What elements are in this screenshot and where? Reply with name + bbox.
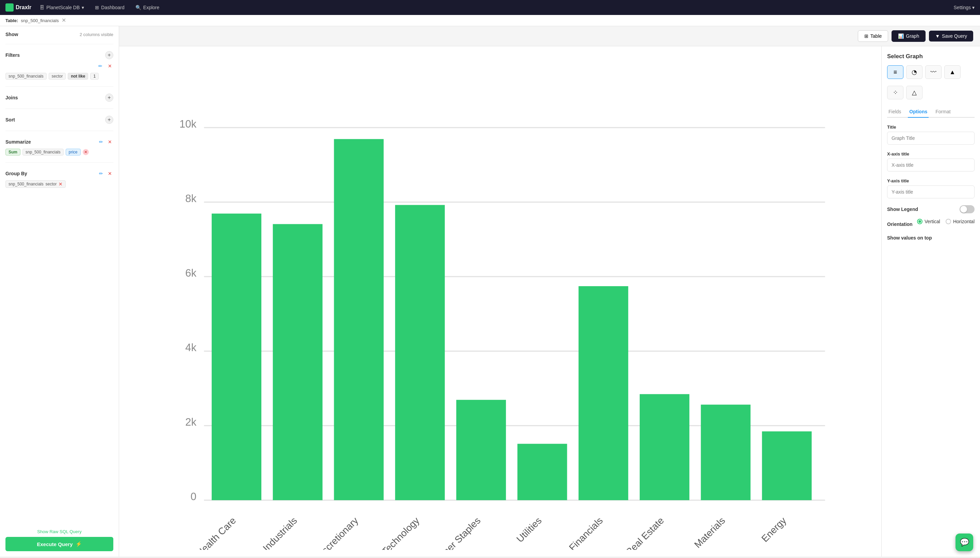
divider-5 xyxy=(5,162,113,162)
tab-fields[interactable]: Fields xyxy=(887,106,903,118)
filters-section: Filters + ✏ ✕ snp_500_financials sector … xyxy=(5,51,113,80)
area-chart-type-button[interactable]: ▲ xyxy=(944,65,960,79)
explore-label: Explore xyxy=(143,5,159,10)
orientation-row: Orientation Vertical Horizontal xyxy=(887,219,975,230)
main-layout: Show 2 columns visible Filters + ✏ ✕ snp… xyxy=(0,26,980,556)
show-legend-row: Show Legend xyxy=(887,205,975,213)
save-query-button[interactable]: ▼ Save Query xyxy=(929,31,973,41)
add-join-button[interactable]: + xyxy=(105,94,113,102)
horizontal-radio[interactable] xyxy=(946,219,951,224)
nav-dashboard[interactable]: ⊞ Dashboard xyxy=(92,3,127,11)
group-by-header: Group By ✏ ✕ xyxy=(5,169,113,177)
execute-query-button[interactable]: Execute Query ⚡ xyxy=(5,537,113,551)
panel-title: Select Graph xyxy=(887,53,975,60)
bar-real-estate xyxy=(640,394,689,500)
graph-type-grid: ≡ ◔ 〰 ▲ xyxy=(887,65,975,79)
title-field-label: Title xyxy=(887,125,975,130)
execute-label: Execute Query xyxy=(37,541,72,547)
divider-3 xyxy=(5,108,113,109)
filter-edit-button[interactable]: ✏ xyxy=(97,62,104,70)
pie-chart-type-button[interactable]: ◔ xyxy=(906,65,923,79)
graph-view-button[interactable]: 📊 Graph xyxy=(891,30,926,42)
orientation-options: Vertical Horizontal xyxy=(917,219,975,224)
group-by-tags: snp_500_financials sector ✕ xyxy=(5,181,113,188)
db-label: PlanetScale DB xyxy=(46,5,80,10)
svg-text:6k: 6k xyxy=(185,267,197,279)
joins-section: Joins + xyxy=(5,94,113,102)
show-raw-sql-link[interactable]: Show Raw SQL Query xyxy=(5,529,113,534)
bar-consumer-staples xyxy=(456,400,506,500)
group-tag-remove[interactable]: ✕ xyxy=(59,181,62,187)
sum-field-tag: price xyxy=(66,149,80,156)
vertical-radio[interactable] xyxy=(917,219,923,224)
show-legend-toggle[interactable] xyxy=(960,205,975,213)
title-input[interactable] xyxy=(887,132,975,144)
chat-icon: 💬 xyxy=(960,538,969,547)
show-values-row: Show values on top xyxy=(887,235,975,241)
triangle-chart-type-button[interactable]: △ xyxy=(906,86,923,99)
divider-4 xyxy=(5,131,113,131)
xaxis-input[interactable] xyxy=(887,159,975,171)
bar-industrials xyxy=(273,224,323,500)
execute-icon: ⚡ xyxy=(76,541,82,547)
yaxis-label: Y-axis title xyxy=(887,178,975,184)
sum-tag: Sum xyxy=(5,149,20,156)
filter-field-tag: sector xyxy=(49,73,66,80)
save-label: Save Query xyxy=(942,33,967,39)
graph-label: Graph xyxy=(906,33,919,39)
bar-chart-type-button[interactable]: ≡ xyxy=(887,65,903,79)
logo[interactable]: Draxlr xyxy=(5,3,31,11)
tab-format[interactable]: Format xyxy=(934,106,952,118)
bar-energy xyxy=(762,432,812,500)
horizontal-label: Horizontal xyxy=(953,219,975,224)
table-view-button[interactable]: ⊞ Table xyxy=(858,30,888,42)
svg-text:Materials: Materials xyxy=(692,515,727,550)
filter-operator-tag: not like xyxy=(68,73,88,80)
sidebar-bottom: Show Raw SQL Query Execute Query ⚡ xyxy=(5,529,113,551)
close-tab-button[interactable]: ✕ xyxy=(62,18,66,23)
group-by-remove-button[interactable]: ✕ xyxy=(107,169,113,177)
settings-button[interactable]: Settings ▾ xyxy=(954,5,975,10)
yaxis-input[interactable] xyxy=(887,185,975,199)
table-icon: ⊞ xyxy=(864,33,868,39)
title-field: Title xyxy=(887,125,975,144)
sidebar: Show 2 columns visible Filters + ✏ ✕ snp… xyxy=(0,26,119,556)
add-sort-button[interactable]: + xyxy=(105,116,113,124)
svg-text:Health Care: Health Care xyxy=(195,515,238,550)
summarize-remove-button[interactable]: ✕ xyxy=(107,138,113,146)
group-by-label: Group By xyxy=(5,171,27,176)
svg-text:Financials: Financials xyxy=(567,515,605,550)
sum-remove-button[interactable]: ✕ xyxy=(83,149,89,155)
filter-edit-row: ✏ ✕ xyxy=(5,62,113,70)
nav-explore[interactable]: 🔍 Explore xyxy=(133,3,162,11)
explore-icon: 🔍 xyxy=(135,5,141,10)
chat-fab-button[interactable]: 💬 xyxy=(955,533,973,551)
filter-remove-button[interactable]: ✕ xyxy=(107,62,113,70)
filter-value-tag: 1 xyxy=(90,73,98,80)
yaxis-field: Y-axis title xyxy=(887,178,975,199)
columns-visible: 2 columns visible xyxy=(80,32,113,37)
svg-text:Industrials: Industrials xyxy=(261,515,299,550)
svg-text:Real Estate: Real Estate xyxy=(624,515,666,550)
xaxis-field: X-axis title xyxy=(887,151,975,171)
nav-database[interactable]: 🗄 PlanetScale DB ▾ xyxy=(37,3,87,11)
summarize-edit-button[interactable]: ✏ xyxy=(98,138,105,146)
svg-text:0: 0 xyxy=(190,491,196,502)
content-toolbar: ⊞ Table 📊 Graph ▼ Save Query xyxy=(119,26,980,46)
group-field: sector xyxy=(46,182,57,187)
group-by-edit-button[interactable]: ✏ xyxy=(98,169,105,177)
sub-header: Table: snp_500_financials ✕ xyxy=(0,15,980,26)
line-chart-type-button[interactable]: 〰 xyxy=(925,65,942,79)
show-label: Show xyxy=(5,32,18,37)
add-filter-button[interactable]: + xyxy=(105,51,113,59)
horizontal-option[interactable]: Horizontal xyxy=(946,219,975,224)
tab-options[interactable]: Options xyxy=(908,106,929,118)
svg-text:Utilities: Utilities xyxy=(514,515,544,544)
summarize-row: Sum snp_500_financials price ✕ xyxy=(5,149,113,156)
summarize-label: Summarize xyxy=(5,139,31,144)
vertical-option[interactable]: Vertical xyxy=(917,219,940,224)
svg-text:Consumer Staples: Consumer Staples xyxy=(420,515,483,550)
filter-table-tag: snp_500_financials xyxy=(5,73,47,80)
scatter-chart-type-button[interactable]: ⁘ xyxy=(887,86,903,99)
svg-text:2k: 2k xyxy=(185,416,197,428)
